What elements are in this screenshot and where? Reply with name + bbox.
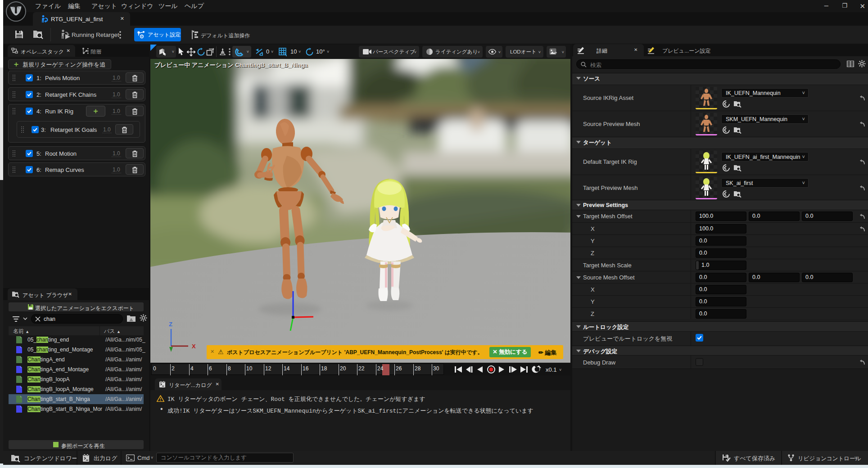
svg-text:Z: Z [169,321,172,328]
svg-text:X: X [192,343,196,350]
